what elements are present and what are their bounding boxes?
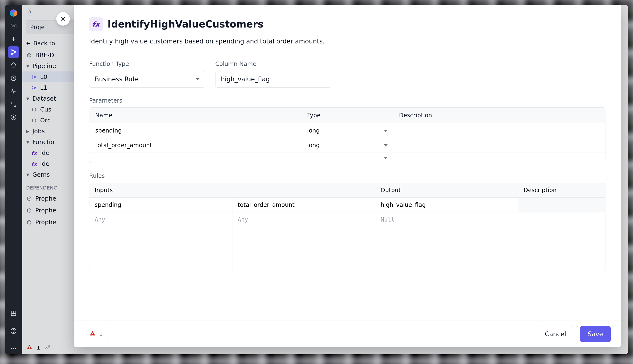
svg-point-3 [11, 53, 13, 54]
rules-row[interactable] [89, 242, 605, 257]
save-button[interactable]: Save [580, 326, 611, 342]
left-nav-rail [5, 5, 22, 354]
nav-pipelines[interactable] [8, 46, 19, 58]
function-type-label: Function Type [89, 60, 205, 67]
nav-add[interactable] [8, 33, 19, 45]
rules-header-description: Description [518, 183, 605, 198]
rules-sub-total: total_order_amount [232, 198, 376, 212]
nav-expand[interactable] [8, 98, 19, 110]
rules-row[interactable] [89, 257, 605, 272]
rules-table: Inputs Output Description spending total… [89, 183, 605, 272]
param-row[interactable]: spending long [89, 123, 605, 138]
chevron-down-icon [196, 78, 200, 80]
svg-rect-0 [11, 24, 16, 28]
function-type-select[interactable]: Business Rule [89, 71, 205, 88]
fx-icon: fx [89, 18, 103, 31]
warning-count: 1 [99, 331, 103, 338]
rule-desc[interactable] [518, 212, 605, 227]
svg-point-12 [11, 348, 13, 349]
nav-history[interactable] [8, 72, 19, 84]
rules-sub-flag: high_value_flag [375, 198, 518, 212]
nav-search[interactable] [8, 20, 19, 32]
rules-header-inputs: Inputs [89, 183, 375, 198]
rules-row[interactable]: Any Any Null [89, 212, 605, 227]
nav-activity[interactable] [8, 86, 19, 97]
modal-description: Identify high value customers based on s… [89, 38, 605, 54]
parameters-label: Parameters [89, 97, 605, 104]
svg-point-14 [15, 348, 16, 349]
nav-help[interactable] [8, 325, 19, 337]
param-row[interactable] [89, 152, 605, 163]
param-type: long [307, 127, 320, 134]
chevron-down-icon[interactable] [384, 144, 388, 146]
param-name: spending [95, 127, 122, 134]
rule-spending[interactable]: Any [89, 212, 232, 227]
param-row[interactable]: total_order_amount long [89, 138, 605, 152]
rules-sub-spending: spending [89, 198, 232, 212]
nav-apps[interactable] [8, 308, 19, 319]
param-header-desc: Description [393, 108, 605, 123]
param-header-name: Name [89, 108, 301, 123]
warning-icon [89, 330, 96, 338]
param-header-type: Type [301, 108, 393, 123]
svg-point-11 [13, 332, 14, 332]
svg-point-1 [13, 25, 15, 27]
column-name-value: high_value_flag [221, 76, 270, 83]
rules-sub-desc-empty [518, 198, 605, 212]
warning-chip[interactable]: 1 [84, 327, 108, 341]
param-type: long [307, 142, 320, 149]
svg-point-2 [11, 50, 13, 51]
nav-more[interactable] [8, 343, 19, 354]
modal-title: IdentifyHighValueCustomers [108, 18, 263, 30]
rules-header-output: Output [375, 183, 518, 198]
chevron-down-icon[interactable] [384, 157, 388, 159]
function-type-value: Business Rule [95, 76, 138, 83]
param-name: total_order_amount [95, 142, 152, 149]
rules-label: Rules [89, 172, 605, 179]
svg-rect-9 [11, 314, 16, 316]
svg-rect-7 [11, 311, 13, 313]
rule-flag[interactable]: Null [375, 212, 518, 227]
function-editor-modal: fx IdentifyHighValueCustomers Identify h… [74, 5, 621, 347]
column-name-label: Column Name [215, 60, 331, 67]
rule-total[interactable]: Any [232, 212, 376, 227]
rules-row[interactable] [89, 227, 605, 242]
chevron-down-icon[interactable] [384, 130, 388, 132]
parameters-table: Name Type Description spending long tota… [89, 108, 605, 163]
cancel-button[interactable]: Cancel [537, 326, 574, 342]
logo[interactable] [8, 7, 19, 19]
nav-gem[interactable] [8, 60, 19, 71]
nav-download[interactable] [8, 112, 19, 123]
svg-point-13 [13, 348, 14, 349]
column-name-input[interactable]: high_value_flag [215, 71, 331, 88]
svg-point-4 [15, 52, 16, 53]
close-button[interactable] [56, 12, 70, 26]
svg-rect-8 [14, 311, 16, 313]
